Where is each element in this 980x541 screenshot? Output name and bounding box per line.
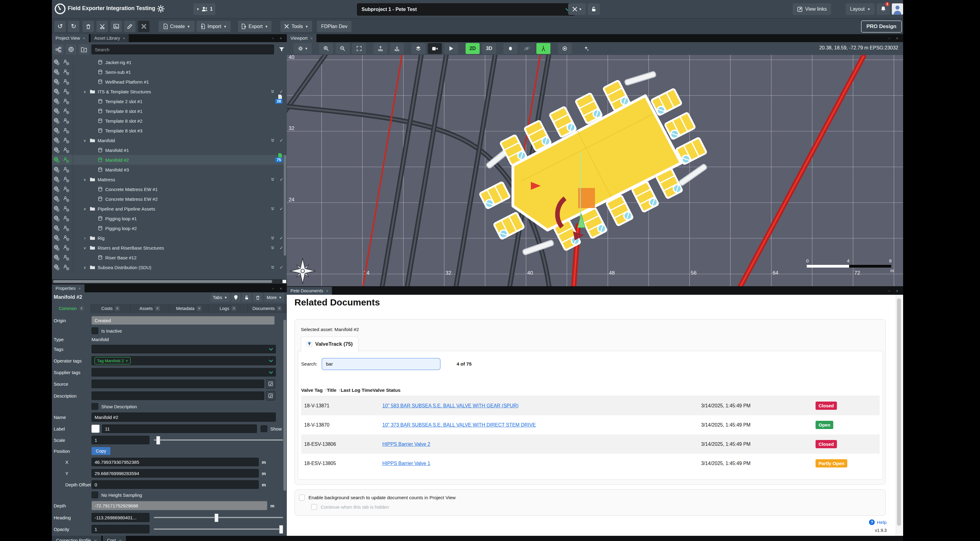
user-visibility-icon[interactable] xyxy=(63,255,69,261)
globe-visibility-icon[interactable] xyxy=(53,245,59,251)
tree-row[interactable]: Mattress ✓ xyxy=(52,175,287,184)
operator-tags-select[interactable]: Tag Manifold 2× xyxy=(92,356,276,365)
user-visibility-icon[interactable] xyxy=(63,137,69,143)
property-tab[interactable]: Assets × xyxy=(130,304,169,313)
tags-select[interactable] xyxy=(92,345,276,353)
tree-mode-button[interactable] xyxy=(53,44,64,55)
panel-window-controls[interactable]: ▫ × xyxy=(888,289,900,293)
expand-chevron-icon[interactable] xyxy=(83,138,87,143)
user-visibility-icon[interactable] xyxy=(63,235,69,241)
document-search-input[interactable] xyxy=(321,358,441,370)
y-field[interactable] xyxy=(92,469,259,477)
zoom-in-button[interactable] xyxy=(319,43,333,54)
tree-row[interactable]: ITS & Template Structures ✓ xyxy=(52,87,287,96)
tree-row[interactable]: Risers and RiserBase Structures ✓ xyxy=(52,243,287,253)
user-visibility-icon[interactable] xyxy=(63,206,69,212)
user-visibility-icon[interactable] xyxy=(63,225,69,231)
layout-dropdown[interactable]: Layout ▼ xyxy=(846,3,875,15)
pete-documents-tab[interactable]: Pete Documents × xyxy=(287,287,332,295)
scrollbar-thumb[interactable] xyxy=(53,280,272,283)
fdplan-dev-button[interactable]: FDPlan Dev xyxy=(317,21,352,32)
eraser-tool-button[interactable] xyxy=(138,21,150,32)
tree-row[interactable]: Concrete Mattress EW #1 xyxy=(52,184,287,194)
tree-row[interactable]: Jacket-rig #1 xyxy=(52,57,287,67)
tree-row[interactable]: Rig ✓ xyxy=(52,233,287,243)
check-icon[interactable]: ✓ xyxy=(280,89,283,94)
enable-background-search-checkbox[interactable] xyxy=(299,495,305,500)
continue-hidden-checkbox[interactable] xyxy=(311,504,317,510)
collapse-all-icon[interactable] xyxy=(270,207,275,211)
globe-visibility-icon[interactable] xyxy=(53,118,59,124)
tree-row[interactable]: Concrete Mattress EW #2 xyxy=(52,194,287,204)
tree-horizontal-scrollbar[interactable] xyxy=(52,279,287,284)
close-icon[interactable]: × xyxy=(277,306,282,311)
valve-title-link[interactable]: 10" 373 BAR SUBSEA S.E. BALL VALVE WITH … xyxy=(382,422,536,428)
opacity-field[interactable] xyxy=(92,525,150,533)
tree-row[interactable]: Manifold #2 75 xyxy=(52,155,287,165)
user-visibility-icon[interactable] xyxy=(63,264,69,270)
tree-row[interactable]: Riser Base #12 xyxy=(52,253,287,263)
close-icon[interactable]: × xyxy=(78,286,81,291)
tree-row[interactable]: Pigging loop #1 xyxy=(52,213,287,223)
properties-scrollbar[interactable] xyxy=(283,320,286,491)
user-visibility-icon[interactable] xyxy=(63,186,69,192)
tools-dropdown[interactable]: Tools▼ xyxy=(280,21,312,32)
description-field[interactable] xyxy=(92,391,264,400)
collapse-all-icon[interactable] xyxy=(270,246,275,250)
collapse-all-icon[interactable] xyxy=(270,178,275,181)
globe-visibility-icon[interactable] xyxy=(53,255,59,261)
operator-tag-chip[interactable]: Tag Manifold 2× xyxy=(95,357,130,364)
globe-visibility-icon[interactable] xyxy=(53,98,59,104)
check-icon[interactable]: ✓ xyxy=(280,235,283,240)
import-dropdown[interactable]: Import▼ xyxy=(196,21,231,32)
is-inactive-checkbox[interactable] xyxy=(92,328,98,334)
user-visibility-icon[interactable] xyxy=(63,196,69,202)
layers-button[interactable] xyxy=(411,43,425,54)
user-visibility-icon[interactable] xyxy=(63,79,69,85)
valve-row[interactable]: 18-ESV-13806 HIPPS Barrier Valve 2 3/14/… xyxy=(301,434,880,454)
user-visibility-icon[interactable] xyxy=(63,245,69,251)
tree-filter-button[interactable] xyxy=(277,44,287,55)
tree-row[interactable]: Template 8 slot #3 xyxy=(52,126,287,135)
edit-description-button[interactable] xyxy=(266,391,275,400)
globe-visibility-icon[interactable] xyxy=(53,225,59,231)
column-header[interactable]: Title↑ xyxy=(327,388,340,393)
heading-slider[interactable] xyxy=(154,514,283,522)
lock-button[interactable] xyxy=(242,293,251,302)
globe-visibility-icon[interactable] xyxy=(53,215,59,221)
notifications-button[interactable]: 1 xyxy=(877,3,890,15)
user-visibility-icon[interactable] xyxy=(63,89,69,95)
map-viewport[interactable]: 40 32 24 24 32 40 48 56 64 72 xyxy=(287,55,903,286)
globe-visibility-icon[interactable] xyxy=(53,235,59,241)
name-field[interactable] xyxy=(92,412,276,422)
lock-button[interactable] xyxy=(588,3,600,15)
tree-row[interactable]: Manifold #3 xyxy=(52,165,287,175)
expand-chevron-icon[interactable] xyxy=(83,245,87,250)
valve-row[interactable]: 18-ESV-13805 HIPPS Barrier Valve 1 3/14/… xyxy=(301,454,880,473)
properties-tab[interactable]: Properties × xyxy=(52,284,84,292)
label-field[interactable] xyxy=(102,425,257,433)
user-visibility-icon[interactable] xyxy=(63,167,69,173)
cut-button[interactable] xyxy=(96,21,108,32)
globe-visibility-icon[interactable] xyxy=(53,89,59,95)
collapse-all-icon[interactable] xyxy=(270,266,275,269)
close-icon[interactable]: × xyxy=(123,36,126,41)
quick-tools-dropdown[interactable]: ▼ xyxy=(568,3,586,15)
tree-row[interactable]: Pigging loop #2 xyxy=(52,223,287,233)
tree-row[interactable]: Wellhead Platform #1 xyxy=(52,77,287,87)
expand-chevron-icon[interactable] xyxy=(83,89,87,94)
documents-scrollbar[interactable] xyxy=(896,295,902,536)
user-visibility-icon[interactable] xyxy=(63,177,69,183)
valve-title-link[interactable]: 10" 583 BAR SUBSEA S.E. BALL VALVE WITH … xyxy=(382,403,519,408)
check-icon[interactable]: ✓ xyxy=(280,206,283,211)
check-icon[interactable]: ✓ xyxy=(280,177,283,182)
subproject-select[interactable]: Subproject 1 - Pete Test xyxy=(357,3,575,16)
user-visibility-icon[interactable] xyxy=(63,59,69,65)
tree-vertical-scrollbar[interactable] xyxy=(284,155,286,256)
user-visibility-icon[interactable] xyxy=(63,215,69,221)
scrollbar-thumb[interactable] xyxy=(897,298,901,526)
globe-visibility-icon[interactable] xyxy=(53,79,59,85)
copy-position-button[interactable]: Copy xyxy=(92,447,110,455)
globe-visibility-icon[interactable] xyxy=(53,137,59,143)
expand-chevron-icon[interactable] xyxy=(83,206,87,211)
